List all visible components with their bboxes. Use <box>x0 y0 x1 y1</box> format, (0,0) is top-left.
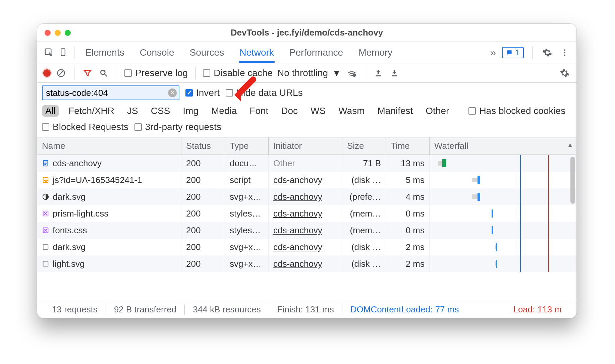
table-row[interactable]: fonts.css200styles…cds-anchovy(mem…0 ms <box>37 222 576 239</box>
cell-initiator: Other <box>269 155 342 172</box>
clear-input-icon[interactable]: ✕ <box>168 88 177 97</box>
issues-badge[interactable]: 1 <box>502 47 524 58</box>
third-party-checkbox[interactable]: 3rd-party requests <box>134 122 221 132</box>
table-row[interactable]: dark.svg200svg+x…cds-anchovy(prefe…4 ms <box>37 188 576 205</box>
separator <box>74 67 74 79</box>
type-chip-doc[interactable]: Doc <box>278 105 301 117</box>
titlebar: DevTools - jec.fyi/demo/cds-anchovy <box>37 24 576 42</box>
table-row[interactable]: dark.svg200svg+x…cds-anchovy(disk …2 ms <box>37 239 576 255</box>
cell-type: svg+x… <box>225 188 269 205</box>
svg-point-8 <box>101 70 105 74</box>
type-chip-manifest[interactable]: Manifest <box>374 105 416 117</box>
type-chip-js[interactable]: JS <box>124 105 142 117</box>
network-conditions-icon[interactable] <box>346 67 357 79</box>
cell-time: 2 ms <box>386 255 430 272</box>
table-row[interactable]: prism-light.css200styles…cds-anchovy(mem… <box>37 205 576 222</box>
separator <box>195 67 195 79</box>
tab-elements[interactable]: Elements <box>85 43 125 63</box>
type-chip-wasm[interactable]: Wasm <box>335 105 368 117</box>
type-chip-fetchxhr[interactable]: Fetch/XHR <box>65 105 118 117</box>
filter-funnel-icon[interactable] <box>82 67 93 79</box>
col-waterfall[interactable]: Waterfall▲ <box>430 137 576 155</box>
request-name: js?id=UA-165345241-1 <box>53 175 142 185</box>
settings-gear-icon[interactable] <box>542 47 553 58</box>
type-chip-ws[interactable]: WS <box>307 105 329 117</box>
preserve-log-checkbox[interactable]: Preserve log <box>124 68 188 78</box>
col-size[interactable]: Size <box>342 137 386 155</box>
table-row[interactable]: light.svg200svg+x…cds-anchovy(disk …2 ms <box>37 255 576 272</box>
file-type-icon: <> <box>42 176 49 184</box>
request-name: fonts.css <box>53 225 87 236</box>
col-name[interactable]: Name <box>37 137 181 155</box>
invert-checkbox[interactable]: Invert <box>185 87 220 98</box>
cell-waterfall <box>430 155 576 172</box>
cell-initiator[interactable]: cds-anchovy <box>269 239 342 255</box>
type-chip-other[interactable]: Other <box>422 105 452 117</box>
blocked-requests-checkbox[interactable]: Blocked Requests <box>42 122 128 132</box>
svg-rect-11 <box>376 75 381 76</box>
request-name: cds-anchovy <box>53 158 102 169</box>
search-icon[interactable] <box>98 67 109 79</box>
tab-performance[interactable]: Performance <box>289 43 344 63</box>
type-chip-css[interactable]: CSS <box>148 105 174 117</box>
col-initiator[interactable]: Initiator <box>269 137 342 155</box>
cell-time: 4 ms <box>386 188 430 205</box>
upload-har-icon[interactable] <box>373 67 384 79</box>
svg-line-7 <box>59 71 63 75</box>
separator <box>533 46 533 59</box>
cell-time: 5 ms <box>386 172 430 188</box>
type-chip-all[interactable]: All <box>42 105 59 117</box>
type-chip-img[interactable]: Img <box>179 105 202 117</box>
cell-size: 71 B <box>342 155 386 172</box>
device-toggle-icon[interactable] <box>57 47 69 58</box>
tab-memory[interactable]: Memory <box>358 43 393 63</box>
separator <box>117 67 117 79</box>
table-row[interactable]: cds-anchovy200docu…Other71 B13 ms <box>37 155 576 172</box>
download-har-icon[interactable] <box>389 67 400 79</box>
cell-initiator[interactable]: cds-anchovy <box>269 222 342 239</box>
cell-type: styles… <box>225 205 269 222</box>
type-chip-font[interactable]: Font <box>246 105 272 117</box>
tab-sources[interactable]: Sources <box>189 43 225 63</box>
file-type-icon <box>42 227 49 234</box>
tab-network[interactable]: Network <box>239 43 275 63</box>
panel-settings-gear-icon[interactable] <box>559 67 570 79</box>
cell-waterfall <box>430 188 576 205</box>
request-name: dark.svg <box>53 192 86 202</box>
col-time[interactable]: Time <box>386 137 430 155</box>
svg-point-10 <box>353 74 356 76</box>
clear-icon[interactable] <box>55 67 67 79</box>
hide-data-urls-checkbox[interactable]: Hide data URLs <box>226 87 303 98</box>
cell-initiator[interactable]: cds-anchovy <box>269 205 342 222</box>
kebab-menu-icon[interactable] <box>559 47 570 58</box>
cell-waterfall <box>430 255 576 272</box>
cell-status: 200 <box>181 222 225 239</box>
svg-rect-22 <box>43 245 48 250</box>
record-button[interactable] <box>43 69 51 77</box>
svg-text:<>: <> <box>44 179 48 182</box>
cell-initiator[interactable]: cds-anchovy <box>269 255 342 272</box>
cell-initiator[interactable]: cds-anchovy <box>269 172 342 188</box>
tab-console[interactable]: Console <box>139 43 175 63</box>
devtools-window: DevTools - jec.fyi/demo/cds-anchovy Elem… <box>37 23 577 318</box>
cell-size: (prefe… <box>342 188 386 205</box>
file-type-icon <box>42 210 49 217</box>
has-blocked-cookies-checkbox[interactable]: Has blocked cookies <box>468 106 565 116</box>
more-tabs-icon[interactable]: » <box>490 47 496 58</box>
status-resources: 344 kB resources <box>185 304 269 315</box>
cell-time: 0 ms <box>386 205 430 222</box>
file-type-icon <box>42 260 49 267</box>
cell-type: script <box>225 172 269 188</box>
col-status[interactable]: Status <box>181 137 225 155</box>
filter-text-input[interactable] <box>42 85 179 100</box>
table-row[interactable]: <>js?id=UA-165345241-1200scriptcds-ancho… <box>37 172 576 188</box>
inspect-icon[interactable] <box>43 47 55 58</box>
request-name: light.svg <box>53 259 85 269</box>
type-chip-media[interactable]: Media <box>208 105 240 117</box>
throttling-select[interactable]: No throttling ▼ <box>277 68 341 78</box>
cell-initiator[interactable]: cds-anchovy <box>269 188 342 205</box>
disable-cache-checkbox[interactable]: Disable cache <box>203 68 273 78</box>
cell-waterfall <box>430 222 576 239</box>
filter-text-input-wrap: ✕ <box>42 85 179 100</box>
col-type[interactable]: Type <box>225 137 269 155</box>
